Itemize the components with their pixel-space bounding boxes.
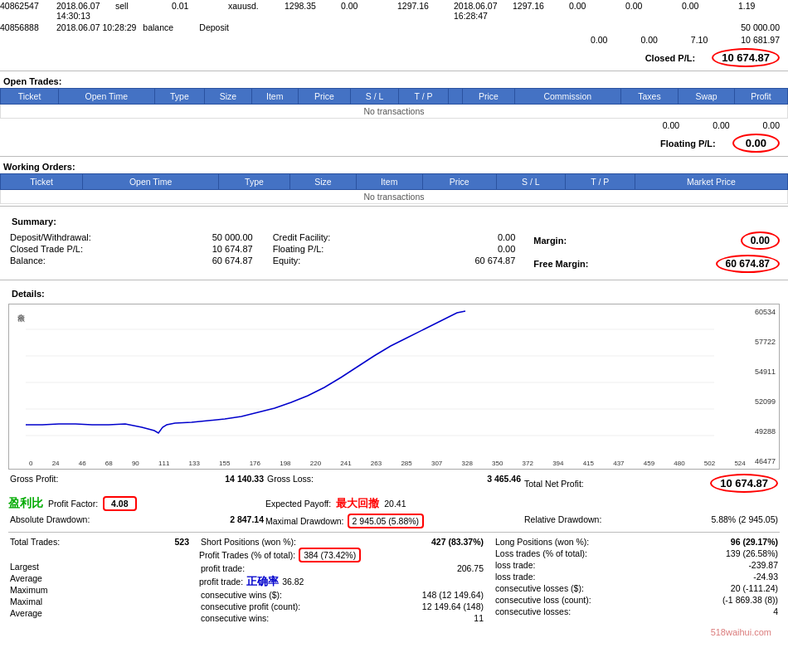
col-item-ot: Item [251, 89, 298, 105]
working-orders-header: Working Orders: [0, 158, 788, 173]
col-ticket-ot: Ticket [1, 89, 59, 105]
average2-label: Average [10, 608, 42, 618]
short-positions-label: Short Positions (won %): [201, 537, 296, 547]
watermark-container: 518waihui.com [8, 624, 780, 640]
zero-row-top: 0.00 0.00 7.10 10 681.97 [0, 33, 788, 46]
avg-consec-wins-label: consecutive wins: [201, 613, 269, 623]
col-type-wo: Type [218, 174, 289, 190]
closed-pl-value: 10 674.87 [712, 48, 780, 67]
closetime-1: 2018.06.07 16:28:47 [454, 1, 506, 21]
summary-header: Summary: [8, 213, 780, 228]
max-consec-profits-value: 148 (12 149.64) [422, 590, 484, 600]
long-positions-label: Long Positions (won %): [495, 537, 589, 547]
no-transactions-wo: No transactions [1, 190, 788, 204]
avg-loss-trade-label: loss trade: [495, 572, 535, 582]
total-trades-value: 523 [174, 537, 189, 547]
margin-label: Margin: [533, 236, 567, 246]
col-price2-ot: Price [462, 89, 514, 105]
avg-consec-losses-row: consecutive losses: 4 [494, 606, 780, 617]
loss-trade-value: -239.87 [748, 560, 778, 570]
chart-x-labels: 0 24 46 68 90 111 133 155 176 198 220 24… [29, 460, 746, 467]
margin-row: Margin: 0.00 [533, 231, 780, 250]
gross-profit-row: Gross Profit: 14 140.33 [8, 473, 265, 494]
rel-drawdown-label: Relative Drawdown: [524, 514, 601, 528]
col-profit-ot: Profit [734, 89, 787, 105]
average-row-label: Average [8, 572, 191, 584]
abs-drawdown-value: 2 847.14 [230, 514, 264, 528]
maximal-consec-loss-label: consecutive loss (count): [495, 595, 591, 605]
avg-consec-wins-row: consecutive wins: 11 [199, 612, 485, 624]
open-trades-header: Open Trades: [0, 73, 788, 88]
free-margin-row: Free Margin: 60 674.87 [533, 255, 780, 273]
description-2: Deposit [199, 22, 249, 32]
total-net-profit-label: Total Net Profit: [524, 479, 584, 489]
gross-loss-row: Gross Loss: 3 465.46 [265, 473, 523, 494]
max-consec-losses-row: consecutive losses ($): 20 (-111.24) [494, 582, 780, 594]
loss-trades-row: Loss trades (% of total): 139 (26.58%) [494, 548, 780, 559]
item-1: xauusd. [228, 1, 278, 21]
max-drawdown-label: Maximal Drawdown: [265, 516, 344, 526]
balance-sum-value: 60 674.87 [212, 256, 253, 265]
price-1: 1298.35 [285, 1, 334, 21]
col-taxes-ot: Taxes [620, 89, 679, 105]
profit-trade-label: profit trade: [201, 563, 245, 573]
credit-row: Credit Facility: 0.00 [271, 231, 518, 243]
loss-trades-label: Loss trades (% of total): [495, 548, 587, 558]
working-orders-table: Ticket Open Time Type Size Item Price S … [0, 173, 788, 204]
col-type-ot: Type [154, 89, 205, 105]
total-trades-label: Total Trades: [10, 537, 60, 547]
max-consec-profits-label: consecutive wins ($): [201, 590, 282, 600]
loss-trade-largest-row: loss trade: -239.87 [494, 559, 780, 571]
largest-label: Largest [10, 562, 39, 572]
abs-drawdown-row: Absolute Drawdown: 2 847.14 [8, 514, 265, 528]
max-drawdown-value: 2 945.05 (5.88%) [348, 514, 425, 528]
ticket-1: 40862547 [0, 1, 50, 21]
closed-pl-row: Closed P/L: 10 674.87 [0, 46, 788, 69]
gross-loss-label: Gross Loss: [267, 474, 314, 493]
closeprice-1: 1297.16 [513, 1, 562, 21]
maximal-consec-profit-value: 12 149.64 (148) [422, 601, 484, 611]
col-empty-ot [448, 89, 462, 105]
taxes-1: 0.00 [625, 1, 675, 21]
balance-sum-row: Balance: 60 674.87 [8, 255, 255, 266]
summary-col3: Margin: 0.00 Free Margin: 60 674.87 [533, 231, 780, 273]
maximal-consec-loss-row: consecutive loss (count): (-1 869.38 (8)… [494, 594, 780, 606]
col-sl-ot: S / L [350, 89, 399, 105]
maximum-row-label: Maximum [8, 584, 191, 596]
max-consec-losses-label: consecutive losses ($): [495, 583, 584, 593]
col-tp-wo: T / P [565, 174, 635, 190]
profit-trades-label: Profit Trades (% of total): [199, 550, 295, 560]
col-mktprice-wo: Market Price [635, 174, 787, 190]
avg-consec-wins-value: 11 [474, 613, 484, 623]
short-positions-value: 427 (83.37%) [431, 537, 484, 547]
free-margin-value: 60 674.87 [716, 255, 780, 273]
closed-pl-sum-label: Closed Trade P/L: [10, 244, 83, 254]
profit-factor-value: 4.08 [103, 496, 136, 511]
floating-sum-row: Floating P/L: 0.00 [271, 243, 518, 255]
stats-row3: Absolute Drawdown: 2 847.14 Maximal Draw… [8, 514, 780, 528]
average2-row-label: Average [8, 607, 191, 619]
avg-loss-row: loss trade: -24.93 [494, 571, 780, 582]
free-margin-label: Free Margin: [533, 259, 588, 269]
largest-row-label: Largest [8, 561, 191, 572]
chart-y-labels: 60534 57722 54911 52099 49288 46477 [755, 304, 776, 469]
equity-sum-value: 60 674.87 [474, 256, 515, 265]
maximal-consec-loss-value: (-1 869.38 (8)) [722, 595, 778, 605]
rel-drawdown-row: Relative Drawdown: 5.88% (2 945.05) [523, 514, 780, 528]
long-positions-row: Long Positions (won %): 96 (29.17%) [494, 536, 780, 548]
gross-loss-value: 3 465.46 [487, 474, 521, 493]
abs-drawdown-label: Absolute Drawdown: [10, 514, 90, 528]
avg-profit-trade-value: 36.82 [282, 577, 304, 587]
maximal-consec-profit-row: consecutive profit (count): 12 149.64 (1… [199, 601, 485, 612]
col-item-wo: Item [356, 174, 422, 190]
maximal-label: Maximal [10, 597, 42, 606]
avg-consec-losses-label: consecutive losses: [495, 606, 571, 616]
closed-pl-sum-value: 10 674.87 [212, 244, 253, 254]
floating-pl-label: Floating P/L: [660, 139, 716, 149]
gross-profit-label: Gross Profit: [10, 474, 58, 493]
credit-value: 0.00 [498, 232, 515, 242]
maximum-label: Maximum [10, 585, 48, 595]
closed-pl-label: Closed P/L: [645, 53, 696, 63]
expected-payoff-value: 20.41 [384, 499, 406, 509]
trade-row-1: 40862547 2018.06.07 14:30:13 sell 0.01 x… [0, 0, 788, 22]
